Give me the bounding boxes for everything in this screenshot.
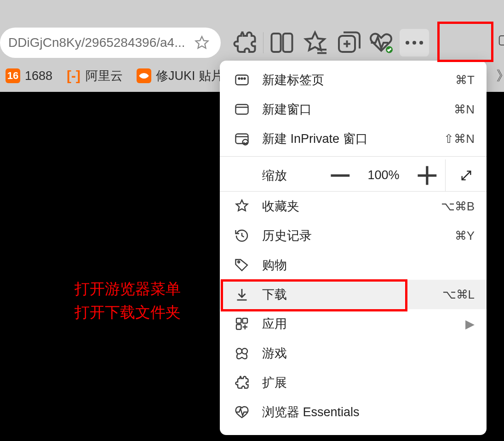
favorite-star-icon[interactable]	[194, 35, 210, 51]
menu-label: 应用	[262, 316, 453, 332]
svg-point-31	[236, 349, 242, 354]
menu-label: 收藏夹	[262, 198, 429, 215]
sidebar-toggle-icon[interactable]	[498, 31, 504, 50]
svg-point-10	[419, 41, 423, 45]
menu-zoom: 缩放 100%	[220, 159, 487, 192]
svg-point-32	[242, 349, 247, 354]
fullscreen-button[interactable]	[445, 159, 487, 192]
menu-label: 新建标签页	[262, 72, 443, 88]
menu-shortcut: ⌘N	[454, 102, 475, 117]
svg-point-25	[238, 261, 240, 263]
heartbeat-icon	[234, 404, 250, 420]
tag-icon	[234, 257, 250, 273]
close-icon[interactable]: 》	[496, 67, 504, 85]
menu-shopping[interactable]: 购物	[220, 250, 487, 280]
svg-rect-28	[236, 318, 241, 323]
svg-rect-30	[236, 325, 241, 330]
menu-shortcut: ⌥⌘B	[441, 199, 475, 214]
menu-label: 下载	[262, 286, 430, 303]
svg-point-8	[406, 41, 409, 45]
menu-label: 游戏	[262, 345, 475, 362]
menu-apps[interactable]: 应用 ▶	[220, 309, 487, 339]
menu-label: 扩展	[262, 374, 475, 391]
svg-point-14	[239, 78, 240, 79]
menu-history[interactable]: 历史记录 ⌘Y	[220, 221, 487, 250]
bookmarks-bar: 16 1688 [-] 阿里云 修JUKI 贴片机	[0, 60, 241, 92]
menu-shortcut: ⌘Y	[455, 229, 475, 243]
puzzle-icon	[234, 374, 250, 391]
annotation-line-2: 打开下载文件夹	[74, 300, 181, 324]
menu-label: 历史记录	[262, 227, 443, 244]
menu-new-tab[interactable]: 新建标签页 ⌘T	[220, 65, 487, 95]
history-icon	[234, 227, 250, 244]
bookmark-item-1688[interactable]: 16 1688	[0, 66, 58, 86]
menu-shortcut: ⌥⌘L	[442, 288, 475, 302]
svg-point-16	[244, 78, 246, 79]
zoom-value: 100%	[358, 168, 408, 182]
games-icon	[234, 345, 250, 362]
collections-icon[interactable]	[333, 29, 363, 57]
zoom-out-button[interactable]	[322, 159, 359, 192]
menu-separator	[220, 156, 487, 157]
svg-rect-0	[272, 34, 281, 52]
menu-games[interactable]: 游戏	[220, 339, 487, 368]
annotation-text: 打开游览器菜单 打开下载文件夹	[74, 277, 181, 324]
menu-favorites[interactable]: 收藏夹 ⌥⌘B	[220, 192, 487, 221]
address-bar[interactable]: DDiGjCn8Ky/2965284396/a4...	[0, 28, 221, 58]
star-icon	[234, 198, 250, 215]
menu-new-window[interactable]: 新建窗口 ⌘N	[220, 95, 487, 124]
svg-point-15	[241, 78, 243, 79]
menu-label: 新建窗口	[262, 101, 442, 118]
zoom-in-button[interactable]	[409, 159, 446, 192]
menu-downloads[interactable]: 下载 ⌥⌘L	[220, 280, 487, 309]
bookmark-item-aliyun[interactable]: [-] 阿里云	[61, 65, 128, 87]
submenu-arrow-icon: ▶	[465, 317, 475, 331]
inprivate-icon	[234, 130, 250, 147]
favorites-toolbar-icon[interactable]	[300, 29, 330, 57]
toolbar-icons	[230, 29, 433, 57]
more-menu-button[interactable]	[400, 29, 429, 57]
bookmark-label: 阿里云	[86, 68, 123, 84]
svg-rect-1	[283, 34, 292, 52]
menu-shortcut: ⌘T	[455, 73, 475, 87]
svg-point-21	[243, 140, 248, 145]
svg-point-9	[412, 41, 416, 45]
settings-menu: 新建标签页 ⌘T 新建窗口 ⌘N 新建 InPrivate 窗口 ⇧⌘N 缩放 …	[220, 61, 487, 435]
essentials-heart-icon[interactable]	[367, 29, 396, 57]
menu-label: 新建 InPrivate 窗口	[262, 130, 432, 147]
svg-rect-29	[243, 318, 248, 323]
apps-icon	[234, 316, 250, 332]
menu-label: 购物	[262, 257, 475, 273]
zoom-label: 缩放	[262, 167, 322, 184]
window-icon	[234, 101, 250, 118]
bookmark-icon: 16	[6, 68, 20, 83]
window-chrome-top	[0, 0, 504, 25]
bookmark-icon: [-]	[66, 68, 81, 83]
extensions-icon[interactable]	[230, 29, 259, 57]
menu-label: 浏览器 Essentials	[262, 404, 475, 420]
split-screen-icon[interactable]	[267, 29, 297, 57]
menu-new-inprivate[interactable]: 新建 InPrivate 窗口 ⇧⌘N	[220, 124, 487, 153]
annotation-line-1: 打开游览器菜单	[74, 277, 181, 300]
address-row: DDiGjCn8Ky/2965284396/a4...	[0, 25, 504, 60]
menu-extensions[interactable]: 扩展	[220, 368, 487, 397]
new-tab-icon	[234, 72, 250, 88]
svg-rect-17	[236, 105, 248, 114]
svg-rect-19	[236, 134, 248, 144]
url-text: DDiGjCn8Ky/2965284396/a4...	[8, 35, 194, 50]
menu-shortcut: ⇧⌘N	[444, 132, 475, 146]
bookmark-label: 1688	[25, 69, 52, 83]
menu-essentials[interactable]: 浏览器 Essentials	[220, 397, 487, 427]
toolbar-divider	[263, 32, 263, 53]
svg-rect-11	[499, 36, 504, 45]
download-icon	[234, 286, 250, 303]
svg-rect-13	[236, 75, 248, 85]
bookmark-icon	[137, 68, 151, 83]
